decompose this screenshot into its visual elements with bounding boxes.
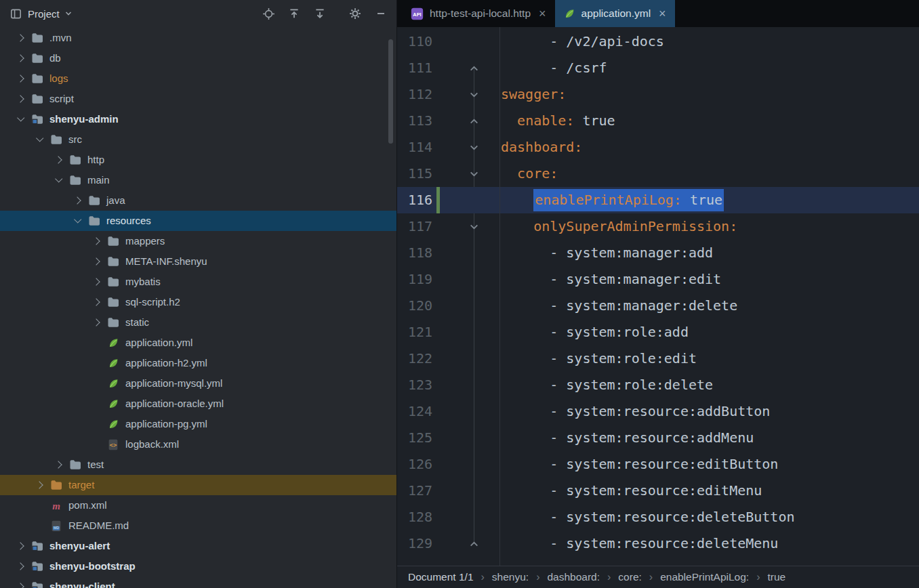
code-line[interactable]: 123 - system:role:delete [397, 372, 919, 398]
tree-item-http[interactable]: http [0, 150, 396, 170]
chevron-down-icon[interactable] [69, 213, 85, 228]
tab-http-test-api-local-http[interactable]: API http-test-api-local.http × [402, 0, 555, 27]
code-line[interactable]: 116 enablePrintApiLog: true [397, 187, 919, 213]
chevron-right-icon[interactable] [88, 234, 104, 249]
code-line[interactable]: 119 - system:manager:edit [397, 266, 919, 293]
tree-item-script[interactable]: script [0, 89, 396, 109]
chevron-right-icon[interactable] [88, 254, 104, 269]
tree-item-logback-xml[interactable]: <>logback.xml [0, 434, 396, 455]
breadcrumb-item[interactable]: dashboard: [547, 571, 600, 583]
tree-item-pom-xml[interactable]: mpom.xml [0, 495, 396, 516]
chevron-right-icon[interactable] [12, 559, 28, 574]
tree-item-mappers[interactable]: mappers [0, 231, 396, 251]
chevron-right-icon[interactable] [50, 152, 66, 167]
fold-end-icon[interactable] [469, 64, 479, 72]
editor-area[interactable]: 110 - /v2/api-docs111 - /csrf112swagger:… [397, 27, 919, 566]
chevron-down-icon[interactable] [31, 132, 47, 147]
folder-icon [30, 51, 45, 65]
chevron-right-icon[interactable] [12, 71, 28, 86]
code-line[interactable]: 122 - system:role:edit [397, 345, 919, 372]
tree-item-main[interactable]: main [0, 170, 396, 190]
code-line[interactable]: 118 - system:manager:add [397, 240, 919, 266]
chevron-right-icon[interactable] [12, 30, 28, 45]
code-line[interactable]: 129 - system:resource:deleteMenu [397, 530, 919, 557]
breadcrumb-item[interactable]: core: [618, 571, 641, 583]
close-icon[interactable]: × [539, 7, 546, 20]
tree-item-label: META-INF.shenyu [125, 251, 207, 272]
code-line[interactable]: 115 core: [397, 161, 919, 187]
code-line[interactable]: 127 - system:resource:editMenu [397, 478, 919, 504]
settings-gear-icon[interactable] [348, 6, 363, 21]
code-line[interactable]: 125 - system:resource:addMenu [397, 425, 919, 451]
code-line[interactable]: 110 - /v2/api-docs [397, 28, 919, 55]
code-line[interactable]: 120 - system:manager:delete [397, 293, 919, 319]
tree-item-shenyu-admin[interactable]: shenyu-admin [0, 109, 396, 129]
tree-item-application-pg-yml[interactable]: application-pg.yml [0, 414, 396, 434]
tree-item-sql-script-h2[interactable]: sql-script.h2 [0, 292, 396, 312]
fold-start-icon[interactable] [469, 223, 479, 230]
breadcrumb-item[interactable]: true [767, 571, 785, 583]
tree-item-logs[interactable]: logs [0, 68, 396, 89]
code-line[interactable]: 111 - /csrf [397, 55, 919, 81]
tree-item-application-yml[interactable]: application.yml [0, 333, 396, 353]
code-line[interactable]: 121 - system:role:add [397, 319, 919, 345]
chevron-right-icon[interactable] [88, 315, 104, 330]
tab-application-yml[interactable]: application.yml × [555, 0, 675, 27]
chevron-right-icon[interactable] [12, 539, 28, 553]
tree-item-java[interactable]: java [0, 190, 396, 211]
tree-item-application-mysql-yml[interactable]: application-mysql.yml [0, 373, 396, 394]
hide-panel-icon[interactable] [373, 6, 388, 21]
chevron-placeholder [88, 437, 104, 452]
code-line[interactable]: 128 - system:resource:deleteButton [397, 504, 919, 530]
tree-item-application-h2-yml[interactable]: application-h2.yml [0, 353, 396, 373]
fold-end-icon[interactable] [469, 540, 479, 547]
fold-start-icon[interactable] [469, 91, 479, 98]
chevron-right-icon[interactable] [69, 193, 85, 208]
breadcrumb-item[interactable]: enablePrintApiLog: [660, 571, 749, 583]
code-line[interactable]: 112swagger: [397, 81, 919, 108]
tree-item-shenyu-bootstrap[interactable]: shenyu-bootstrap [0, 556, 396, 576]
locate-file-icon[interactable] [261, 6, 276, 21]
chevron-right-icon[interactable] [88, 274, 104, 289]
chevron-down-icon[interactable] [50, 173, 66, 188]
code-line[interactable]: 126 - system:resource:editButton [397, 451, 919, 478]
chevron-right-icon[interactable] [12, 51, 28, 66]
folder-icon [68, 458, 83, 471]
expand-all-icon[interactable] [312, 6, 327, 21]
tree-item-test[interactable]: test [0, 455, 396, 475]
chevron-right-icon[interactable] [12, 91, 28, 106]
code-line-text: swagger: [501, 81, 566, 108]
breadcrumb-item[interactable]: shenyu: [492, 571, 529, 583]
tree-item-src[interactable]: src [0, 129, 396, 150]
tree-item-static[interactable]: static [0, 312, 396, 333]
tree-item-shenyu-alert[interactable]: shenyu-alert [0, 536, 396, 556]
project-view-selector[interactable]: Project [8, 6, 73, 21]
chevron-right-icon[interactable] [88, 295, 104, 310]
tab-label: http-test-api-local.http [430, 7, 531, 20]
code-line[interactable]: 124 - system:resource:addButton [397, 398, 919, 425]
chevron-down-icon[interactable] [12, 112, 28, 127]
chevron-right-icon[interactable] [50, 457, 66, 472]
chevron-right-icon[interactable] [12, 579, 28, 588]
tree-item-shenyu-client[interactable]: shenyu-client [0, 576, 396, 588]
fold-start-icon[interactable] [469, 144, 479, 151]
fold-start-icon[interactable] [469, 170, 479, 177]
tree-item-readme-md[interactable]: MDREADME.md [0, 516, 396, 536]
tree-item-application-oracle-yml[interactable]: application-oracle.yml [0, 394, 396, 414]
tree-item-resources[interactable]: resources [0, 211, 396, 231]
chevron-right-icon[interactable] [31, 478, 47, 492]
code-line-text: - system:role:edit [501, 345, 697, 372]
close-icon[interactable]: × [659, 7, 666, 20]
fold-end-icon[interactable] [469, 117, 479, 125]
collapse-all-icon[interactable] [287, 6, 302, 21]
project-tree-scrollbar[interactable] [388, 39, 393, 144]
tree-item-meta-inf-shenyu[interactable]: META-INF.shenyu [0, 251, 396, 272]
code-line[interactable]: 114dashboard: [397, 134, 919, 161]
tree-item--mvn[interactable]: .mvn [0, 28, 396, 48]
code-line[interactable]: 113 enable: true [397, 108, 919, 134]
folder-excluded-icon [49, 478, 64, 492]
tree-item-db[interactable]: db [0, 48, 396, 68]
tree-item-mybatis[interactable]: mybatis [0, 272, 396, 292]
code-line[interactable]: 117 onlySuperAdminPermission: [397, 213, 919, 240]
tree-item-target[interactable]: target [0, 475, 396, 495]
